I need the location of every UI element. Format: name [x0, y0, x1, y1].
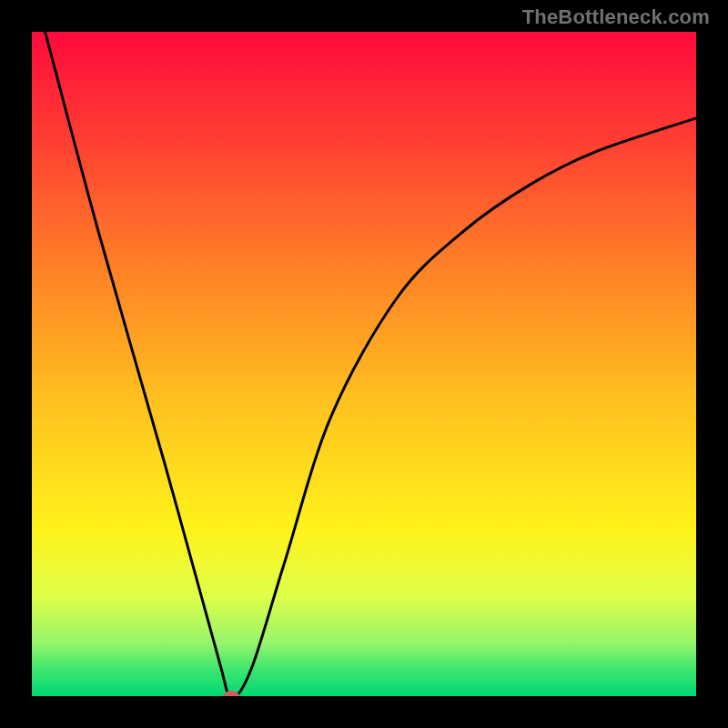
- minimum-marker: [223, 691, 239, 696]
- bottleneck-curve-path: [46, 32, 696, 696]
- attribution-label: TheBottleneck.com: [522, 5, 710, 29]
- curve-svg: [32, 32, 696, 696]
- chart-frame: TheBottleneck.com: [0, 0, 728, 728]
- plot-area: [32, 32, 696, 696]
